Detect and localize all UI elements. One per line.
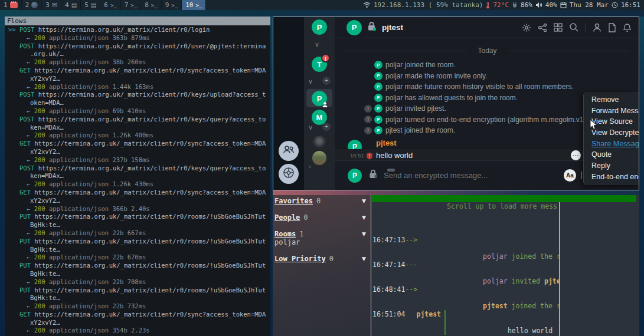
message-context-menu: Remove Forward Message View Source View …	[583, 92, 639, 185]
request-url-continued: BgHk:te…	[8, 246, 270, 254]
message-options-button[interactable]: …	[571, 150, 581, 160]
explore-communities-button[interactable]	[279, 164, 299, 184]
status-code: 200	[34, 229, 45, 236]
collapse-triangle-icon[interactable]: ▼	[362, 197, 366, 205]
flow-row[interactable]: POST https://termina.org.uk/_matrix/clie…	[8, 91, 270, 115]
request-url: https://termina.org.uk/_matrix/client/r0…	[31, 140, 266, 147]
compass-icon	[283, 167, 295, 181]
workspace[interactable]: 9	[162, 0, 182, 10]
request-url: https://termina.org.uk/_matrix/client/r0…	[31, 262, 266, 269]
request-url: https://termina.org.uk/_matrix/client/r0…	[34, 91, 266, 98]
flow-row[interactable]: PUT https://termina.org.uk/_matrix/clien…	[8, 262, 270, 286]
flow-row[interactable]: POST https://termina.org.uk/_matrix/clie…	[8, 116, 270, 140]
member-list-icon[interactable]	[593, 23, 601, 32]
workspace[interactable]: 4	[61, 0, 81, 10]
formatting-toggle-button[interactable]: Aa	[564, 169, 576, 182]
user-avatar[interactable]: P	[312, 19, 327, 35]
buffer-sidebar: Favorites0 ▼ People0 ▼ Rooms	[273, 195, 371, 336]
workspace-app-icon	[52, 1, 57, 9]
flow-row[interactable]: >>POST https://termina.org.uk/_matrix/cl…	[8, 26, 270, 42]
context-menu-item[interactable]: Share Message	[584, 139, 639, 150]
chat-buffer[interactable]: Scroll up to load more mess 16:47:13 -->…	[371, 202, 559, 336]
chevron-right-icon[interactable]: ›	[309, 163, 311, 170]
section-label[interactable]: Rooms1	[274, 230, 303, 238]
workspace[interactable]: 6	[100, 0, 120, 10]
composer-lock-icon	[368, 169, 378, 182]
mitmproxy-terminal[interactable]: Flows >>POST https://termina.org.uk/_mat…	[5, 17, 270, 336]
composer-placeholder[interactable]: Send an encrypted message...	[384, 171, 488, 180]
apps-grid-icon[interactable]	[554, 23, 563, 32]
request-url-continued: oken=MDA…	[8, 99, 270, 107]
context-menu-item[interactable]: Quote	[584, 149, 639, 160]
avatar[interactable]: P	[374, 126, 383, 134]
workspace-number: 8	[145, 1, 149, 9]
workspace[interactable]: 1	[0, 0, 22, 10]
avatar[interactable]: P	[374, 116, 383, 124]
share-room-icon[interactable]	[538, 23, 547, 32]
http-method: POST	[19, 164, 34, 172]
chevron-down-icon[interactable]: ∨	[308, 124, 313, 131]
buffer-item[interactable]: poljar	[274, 238, 371, 246]
avatar[interactable]: P	[374, 104, 383, 113]
workspace[interactable]: 10	[182, 0, 206, 10]
context-menu-item[interactable]: Remove	[584, 94, 639, 106]
section-label[interactable]: Favorites0	[274, 197, 321, 205]
notifications-bell-icon[interactable]	[623, 23, 632, 32]
add-room-button[interactable]: +	[322, 123, 331, 131]
flow-row[interactable]: GET https://termina.org.uk/_matrix/clien…	[8, 67, 270, 91]
i3-status-bar: 1 2 3 4 5 6	[0, 0, 644, 10]
settings-gear-icon[interactable]	[522, 23, 531, 32]
state-event-row[interactable]: ! P poljar made future room history visi…	[335, 81, 639, 93]
room-name: pjtest	[382, 23, 403, 32]
flow-row[interactable]: GET https://termina.org.uk/_matrix/clien…	[8, 311, 270, 335]
state-event-row[interactable]: ! P poljar made the room invite only.	[335, 71, 639, 82]
response-meta: application/json 354b 2.23s	[45, 327, 150, 334]
collapse-triangle-icon[interactable]: ▼	[362, 255, 366, 263]
response-line: ← 200 application/json 22b 732ms	[8, 302, 270, 311]
state-event-row[interactable]: ! P poljar joined the room.	[335, 60, 639, 71]
room-avatar-image[interactable]	[312, 136, 326, 150]
weechat-terminal[interactable]: Favorites0 ▼ People0 ▼ Rooms	[273, 195, 639, 336]
workspace[interactable]: 2	[22, 0, 43, 10]
avatar[interactable]: P	[374, 83, 383, 91]
flow-row[interactable]: POST https://termina.org.uk/_matrix/clie…	[8, 164, 270, 189]
add-room-button[interactable]: +	[322, 77, 331, 85]
workspace-app-icon	[10, 2, 18, 8]
flow-row[interactable]: PUT https://termina.org.uk/_matrix/clien…	[8, 213, 270, 237]
avatar[interactable]: P	[374, 94, 383, 102]
workspace[interactable]: 5	[81, 0, 100, 10]
request-url: https://termina.org.uk/_matrix/client/r0…	[31, 189, 266, 196]
context-menu-item[interactable]: End-to-end encry	[584, 172, 639, 183]
collapse-triangle-icon[interactable]: ▼	[362, 230, 366, 238]
context-menu-item[interactable]: Reply	[584, 160, 639, 172]
response-arrow-icon: ←	[27, 58, 34, 65]
response-meta: application/json 366b 2.40s	[45, 205, 150, 212]
response-arrow-icon: ←	[27, 34, 34, 41]
section-label[interactable]: Low Priority0	[274, 255, 334, 263]
workspace[interactable]: 7	[121, 0, 141, 10]
search-icon[interactable]	[569, 22, 579, 32]
request-url-continued: BgHk:te…	[8, 294, 270, 302]
chevron-down-icon[interactable]: ∨	[315, 41, 319, 48]
chevron-down-icon[interactable]: ∨	[308, 78, 313, 85]
room-header-avatar[interactable]: P	[346, 20, 362, 35]
avatar[interactable]: P	[374, 61, 383, 69]
collapse-triangle-icon[interactable]: ▼	[362, 213, 366, 222]
flow-row[interactable]: PUT https://termina.org.uk/_matrix/clien…	[8, 286, 270, 311]
flow-row[interactable]: PUT https://termina.org.uk/_matrix/clien…	[8, 238, 270, 262]
files-icon[interactable]	[608, 23, 616, 32]
flow-row[interactable]: POST https://termina.org.uk/_matrix/clie…	[8, 42, 270, 67]
workspace[interactable]: 8	[141, 0, 161, 10]
flow-row[interactable]: GET https://termina.org.uk/_matrix/clien…	[8, 140, 270, 164]
avatar[interactable]: P	[374, 72, 383, 80]
workspace[interactable]: 3	[42, 0, 61, 10]
people-group-button[interactable]	[279, 141, 299, 161]
context-menu-item[interactable]: Forward Message	[584, 106, 639, 117]
room-avatar-image[interactable]	[312, 151, 326, 165]
event-text: poljar invited pjtest.	[385, 104, 446, 113]
encrypted-lock-icon	[367, 21, 377, 34]
request-url-continued: BgHk:te…	[8, 221, 270, 229]
workspace-number: 3	[45, 1, 50, 9]
flow-row[interactable]: GET https://termina.org.uk/_matrix/clien…	[8, 189, 270, 213]
section-label[interactable]: People0	[274, 213, 308, 222]
